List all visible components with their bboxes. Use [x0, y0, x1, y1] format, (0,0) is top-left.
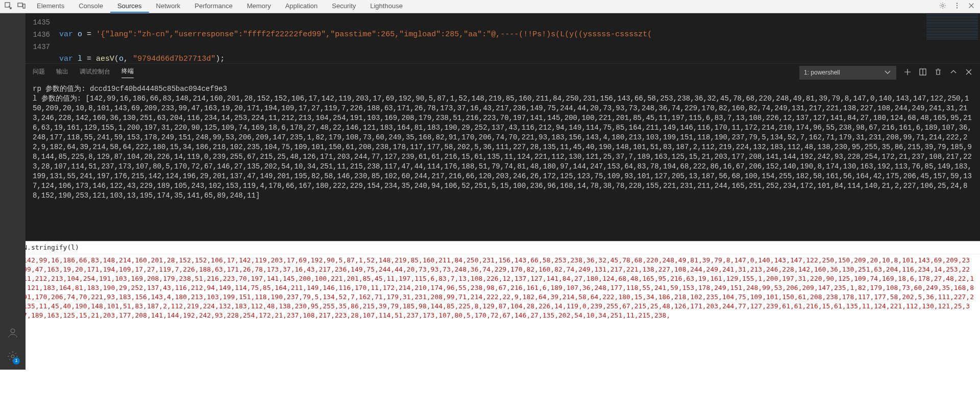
string: '{"lang":"zh-cn","userresponse":"ffff2f2…	[96, 30, 652, 39]
terminal-line-2-value: [142,99,16,186,66,83,148,214,160,201,28,…	[33, 94, 972, 200]
tab-lighthouse[interactable]: Lighthouse	[363, 0, 410, 13]
keyword: var	[59, 30, 73, 39]
settings-icon[interactable]	[939, 2, 946, 11]
devtools-right-controls	[939, 2, 980, 11]
device-toggle-icon[interactable]	[17, 2, 26, 11]
minimap-content	[926, 14, 978, 40]
line-number: 1437	[26, 41, 50, 53]
panel-tabs: 问题 输出 调试控制台 终端 1: powershell	[26, 64, 980, 81]
tab-elements[interactable]: Elements	[30, 0, 71, 13]
trash-icon[interactable]	[934, 68, 942, 78]
account-icon[interactable]	[7, 327, 19, 341]
variable: l	[78, 55, 82, 63]
chevron-down-icon	[884, 68, 892, 78]
line-number: 1435	[26, 16, 50, 29]
terminal-line-2-label: l 参数的值为:	[33, 94, 86, 103]
terminal-selector[interactable]: 1: powershell	[799, 66, 896, 80]
activity-bar: 1	[0, 13, 26, 370]
console-input-row[interactable]: › JSON.stringify(l)	[0, 241, 980, 254]
devtools-console: › JSON.stringify(l) ‹· "[142,99,16,186,6…	[0, 241, 980, 412]
svg-rect-1	[18, 3, 22, 7]
minimap[interactable]	[924, 13, 980, 63]
split-terminal-icon[interactable]	[919, 68, 927, 78]
inspect-icon[interactable]	[4, 2, 12, 11]
devtools-tabbar: Elements Console Sources Network Perform…	[0, 0, 980, 13]
panel-tab-problems[interactable]: 问题	[33, 67, 45, 78]
svg-point-6	[957, 7, 958, 8]
tab-security[interactable]: Security	[325, 0, 363, 13]
settings-badge: 1	[13, 357, 20, 365]
terminal-line-1-value: dccd19cf40bd44485c85bac094cef9e3	[90, 85, 227, 93]
tab-performance[interactable]: Performance	[187, 0, 239, 13]
tab-application[interactable]: Application	[278, 0, 325, 13]
console-output-text: "[142,99,16,186,66,83,148,214,160,201,28…	[15, 256, 977, 320]
panel-tab-output[interactable]: 输出	[56, 67, 68, 78]
tab-sources[interactable]: Sources	[110, 0, 149, 13]
settings-gear-icon[interactable]: 1	[7, 350, 19, 365]
svg-rect-2	[23, 4, 25, 8]
keyword: var	[59, 55, 73, 63]
tab-network[interactable]: Network	[149, 0, 188, 13]
bottom-panel: 问题 输出 调试控制台 终端 1: powershell rp 参数的值为: d…	[26, 63, 980, 241]
code-content[interactable]: var o = '{"lang":"zh-cn","userresponse":…	[59, 13, 924, 63]
panel-tab-debug[interactable]: 调试控制台	[80, 67, 110, 78]
terminal-line-1-label: rp 参数的值为:	[33, 85, 90, 93]
tab-memory[interactable]: Memory	[240, 0, 278, 13]
svg-point-7	[11, 329, 15, 333]
punct: =	[82, 30, 96, 39]
devtools-tabs: Elements Console Sources Network Perform…	[30, 0, 410, 13]
svg-point-4	[957, 3, 958, 4]
tab-console[interactable]: Console	[71, 0, 110, 13]
more-icon[interactable]	[953, 2, 961, 11]
terminal-output[interactable]: rp 参数的值为: dccd19cf40bd44485c85bac094cef9…	[26, 81, 980, 241]
editor-area: 1 1435 1436 1437 var o = '{"lang":"zh-cn…	[0, 13, 980, 63]
console-output-row: ‹· "[142,99,16,186,66,83,148,214,160,201…	[0, 254, 980, 322]
svg-point-5	[957, 5, 958, 6]
svg-point-3	[942, 5, 944, 7]
panel-tab-terminal[interactable]: 终端	[121, 67, 134, 78]
function: aesV	[96, 55, 114, 63]
new-terminal-icon[interactable]	[903, 68, 912, 78]
devtools-left-icons	[0, 2, 30, 11]
close-icon[interactable]	[968, 2, 975, 11]
line-number: 1436	[26, 29, 50, 41]
svg-point-8	[11, 355, 14, 358]
line-gutter: 1435 1436 1437	[26, 13, 59, 63]
close-panel-icon[interactable]	[965, 68, 973, 78]
chevron-up-icon[interactable]	[949, 68, 958, 78]
variable: o	[78, 30, 82, 39]
terminal-selector-label: 1: powershell	[804, 69, 840, 76]
